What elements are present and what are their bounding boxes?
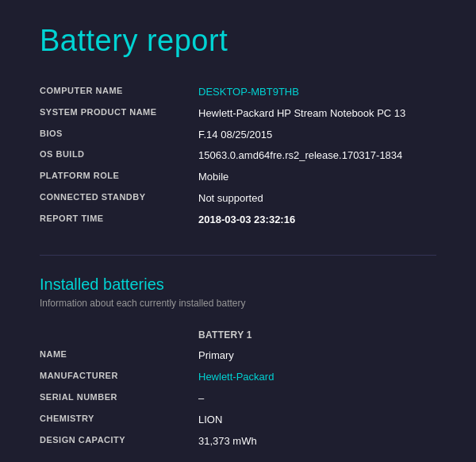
battery-info-row: SERIAL NUMBER– [40, 388, 436, 410]
page-container: Battery report COMPUTER NAMEDESKTOP-MBT9… [0, 0, 476, 462]
system-info-key: REPORT TIME [40, 210, 198, 231]
system-info-row: OS BUILD15063.0.amd64fre.rs2_release.170… [40, 145, 436, 167]
system-info-row: COMPUTER NAMEDESKTOP-MBT9THB [40, 82, 436, 103]
system-info-section: COMPUTER NAMEDESKTOP-MBT9THBSYSTEM PRODU… [40, 82, 436, 231]
battery-info-value: LION [198, 410, 436, 431]
page-title: Battery report [40, 24, 436, 58]
system-info-value: F.14 08/25/2015 [198, 125, 436, 146]
battery-info-value: – [198, 388, 436, 410]
battery-info-key: CHEMISTRY [40, 410, 198, 431]
system-info-table: COMPUTER NAMEDESKTOP-MBT9THBSYSTEM PRODU… [40, 82, 436, 231]
system-info-row: BIOSF.14 08/25/2015 [40, 125, 436, 146]
system-info-key: PLATFORM ROLE [40, 167, 198, 188]
battery-info-key: MANUFACTURER [40, 367, 198, 388]
system-info-key: COMPUTER NAME [40, 82, 198, 103]
system-info-key: BIOS [40, 125, 198, 146]
system-info-value: 2018-03-03 23:32:16 [198, 210, 436, 231]
battery-info-key: SERIAL NUMBER [40, 388, 198, 410]
system-info-value: 15063.0.amd64fre.rs2_release.170317-1834 [198, 145, 436, 167]
system-info-key: CONNECTED STANDBY [40, 188, 198, 210]
section-divider [40, 255, 436, 256]
system-info-key: SYSTEM PRODUCT NAME [40, 103, 198, 125]
system-info-value: Mobile [198, 167, 436, 188]
system-info-row: REPORT TIME2018-03-03 23:32:16 [40, 210, 436, 231]
battery-info-row: CHEMISTRYLION [40, 410, 436, 431]
battery-info-row: NAMEPrimary [40, 345, 436, 367]
system-info-row: PLATFORM ROLEMobile [40, 167, 436, 188]
battery-info-value: Hewlett-Packard [198, 367, 436, 388]
battery-info-row: DESIGN CAPACITY31,373 mWh [40, 431, 436, 452]
system-info-key: OS BUILD [40, 145, 198, 167]
batteries-section: Installed batteries Information about ea… [40, 275, 436, 452]
system-info-row: CONNECTED STANDBYNot supported [40, 188, 436, 210]
batteries-section-subtitle: Information about each currently install… [40, 298, 436, 309]
battery-column-header: BATTERY 1 [198, 329, 252, 341]
system-info-value: Not supported [198, 188, 436, 210]
system-info-value: Hewlett-Packard HP Stream Notebook PC 13 [198, 103, 436, 125]
system-info-row: SYSTEM PRODUCT NAMEHewlett-Packard HP St… [40, 103, 436, 125]
batteries-info-table: BATTERY 1 NAMEPrimaryMANUFACTURERHewlett… [40, 325, 436, 452]
battery-info-row: MANUFACTURERHewlett-Packard [40, 367, 436, 388]
battery-info-value: 31,373 mWh [198, 431, 436, 452]
battery-info-key: DESIGN CAPACITY [40, 431, 198, 452]
battery-info-key: NAME [40, 345, 198, 367]
battery-info-value: Primary [198, 345, 436, 367]
batteries-section-title: Installed batteries [40, 275, 436, 294]
system-info-value: DESKTOP-MBT9THB [198, 82, 436, 103]
